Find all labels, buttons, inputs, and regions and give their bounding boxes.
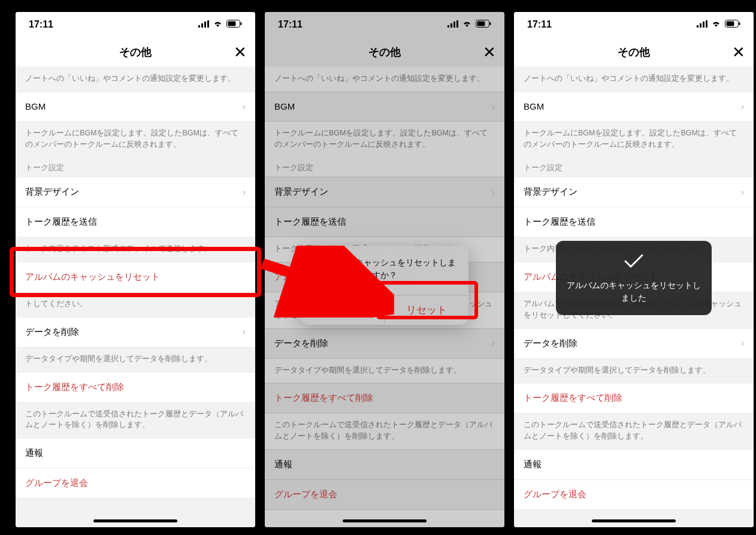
row-delete-data[interactable]: データを削除› <box>265 328 504 359</box>
svg-rect-10 <box>456 20 458 28</box>
chevron-right-icon: › <box>492 338 495 349</box>
chevron-right-icon: › <box>243 187 246 198</box>
status-indicators <box>697 19 740 30</box>
alert-cancel-button[interactable]: キャンセル <box>301 295 385 325</box>
row-reset-cache[interactable]: アルバムのキャッシュをリセット <box>16 262 255 292</box>
close-icon[interactable]: ✕ <box>483 43 496 62</box>
row-delete-all-history[interactable]: トーク履歴をすべて削除 <box>265 383 504 413</box>
delete-data-desc: データタイプや期間を選択してデータを削除します。 <box>265 359 504 383</box>
home-indicator[interactable] <box>93 519 177 522</box>
svg-rect-3 <box>207 20 209 28</box>
chevron-right-icon: › <box>741 338 744 349</box>
row-label: 背景デザイン <box>274 186 328 198</box>
row-label: グループを退会 <box>274 489 337 500</box>
row-bg-design[interactable]: 背景デザイン › <box>16 177 255 207</box>
delete-data-desc: データタイプや期間を選択してデータを削除します。 <box>514 359 754 383</box>
row-label: トーク履歴を送信 <box>274 216 346 228</box>
row-send-history[interactable]: トーク履歴を送信 <box>16 207 255 237</box>
row-bg-design[interactable]: 背景デザイン› <box>265 177 504 207</box>
status-time: 17:11 <box>527 19 552 30</box>
chevron-right-icon: › <box>243 101 246 112</box>
notes-desc: ノートへの「いいね」やコメントの通知設定を変更します。 <box>514 67 754 92</box>
row-send-history[interactable]: トーク履歴を送信 <box>514 207 754 237</box>
row-leave-group[interactable]: グループを退会 <box>265 480 504 510</box>
chevron-right-icon: › <box>243 327 246 337</box>
status-bar: 17:11 <box>265 12 504 37</box>
row-delete-all-history[interactable]: トーク履歴をすべて削除 <box>514 383 754 413</box>
status-time: 17:11 <box>29 19 53 30</box>
svg-rect-17 <box>706 20 707 28</box>
row-label: 通報 <box>25 448 43 459</box>
alert-confirm-button[interactable]: リセット <box>385 295 469 325</box>
cellular-icon <box>447 19 458 30</box>
row-send-history[interactable]: トーク履歴を送信 <box>265 207 504 237</box>
page-title: その他 <box>119 45 152 59</box>
row-label: トーク履歴をすべて削除 <box>274 392 373 404</box>
row-label: データを削除 <box>25 327 79 338</box>
row-label: データを削除 <box>524 338 577 349</box>
row-label: トーク履歴を送信 <box>25 216 97 228</box>
header: その他 ✕ <box>265 37 504 67</box>
section-talk: トーク設定 <box>514 157 754 177</box>
row-delete-data[interactable]: データを削除› <box>514 328 754 359</box>
row-label: トーク履歴をすべて削除 <box>25 382 124 393</box>
settings-content: ノートへの「いいね」やコメントの通知設定を変更します。 BGM › トークルーム… <box>16 67 255 527</box>
svg-rect-14 <box>697 25 698 28</box>
close-icon[interactable]: ✕ <box>234 43 247 62</box>
delete-all-history-desc: このトークルームで送受信されたトーク履歴とデータ（アルバムとノートを除く）を削除… <box>265 413 504 449</box>
close-icon[interactable]: ✕ <box>732 43 745 62</box>
row-bgm[interactable]: BGM › <box>16 92 255 122</box>
home-indicator[interactable] <box>343 519 427 522</box>
row-label: 通報 <box>524 459 542 470</box>
status-bar: 17:11 <box>16 12 255 37</box>
row-report[interactable]: 通報 <box>16 438 255 468</box>
header: その他 ✕ <box>16 37 255 67</box>
bgm-desc: トークルームにBGMを設定します。設定したBGMは、すべてのメンバーのトークルー… <box>16 122 255 158</box>
row-label: BGM <box>25 101 46 111</box>
chevron-right-icon: › <box>741 187 744 198</box>
row-label: アルバムのキャッシュをリセット <box>25 271 160 283</box>
status-indicators <box>198 19 242 30</box>
delete-data-desc: データタイプや期間を選択してデータを削除します。 <box>16 347 255 372</box>
battery-icon <box>226 19 242 30</box>
wifi-icon <box>711 19 721 30</box>
svg-rect-12 <box>477 22 485 26</box>
row-label: グループを退会 <box>524 489 586 500</box>
row-delete-data[interactable]: データを削除 › <box>16 317 255 347</box>
phone-screen-2: 17:11 その他 ✕ ノートへの「いいね」やコメントの通知設定を変更します。 … <box>265 12 504 527</box>
chevron-right-icon: › <box>741 101 744 112</box>
svg-rect-0 <box>198 25 200 28</box>
row-label: データを削除 <box>274 338 328 349</box>
wifi-icon <box>213 19 223 30</box>
row-leave-group[interactable]: グループを退会 <box>514 480 754 510</box>
delete-all-history-desc: このトークルームで送受信されたトーク履歴とデータ（アルバムとノートを除く）を削除… <box>16 403 255 439</box>
row-bg-design[interactable]: 背景デザイン› <box>514 177 754 207</box>
row-report[interactable]: 通報 <box>514 449 754 480</box>
confirm-alert: アルバムのキャッシュをリセットしますか？ キャンセル リセット <box>301 246 468 325</box>
row-leave-group[interactable]: グループを退会 <box>16 468 255 498</box>
battery-icon <box>476 19 491 30</box>
section-talk: トーク設定 <box>16 157 255 177</box>
svg-rect-7 <box>447 25 449 28</box>
home-indicator[interactable] <box>592 519 676 522</box>
phone-screen-3: 17:11 その他 ✕ ノートへの「いいね」やコメントの通知設定を変更します。 … <box>514 12 754 527</box>
row-label: BGM <box>524 101 544 111</box>
send-history-desc: トーク内容をテキスト形式のファイルで送信します。 <box>16 237 255 262</box>
row-bgm[interactable]: BGM› <box>514 92 754 122</box>
row-delete-all-history[interactable]: トーク履歴をすべて削除 <box>16 372 255 403</box>
svg-rect-1 <box>201 23 203 28</box>
notes-desc: ノートへの「いいね」やコメントの通知設定を変更します。 <box>16 67 255 92</box>
status-bar: 17:11 <box>514 12 754 37</box>
row-bgm[interactable]: BGM› <box>265 92 504 122</box>
svg-rect-2 <box>204 22 206 28</box>
row-label: トーク履歴をすべて削除 <box>524 392 622 404</box>
svg-rect-16 <box>703 22 704 28</box>
row-label: トーク履歴を送信 <box>524 216 595 228</box>
page-title: その他 <box>618 45 650 59</box>
status-indicators <box>447 19 491 30</box>
svg-rect-5 <box>228 22 236 26</box>
alert-message: アルバムのキャッシュをリセットしますか？ <box>301 246 468 295</box>
row-label: 背景デザイン <box>524 186 577 198</box>
row-report[interactable]: 通報 <box>265 449 504 480</box>
toast: アルバムのキャッシュをリセットしました <box>556 241 712 315</box>
